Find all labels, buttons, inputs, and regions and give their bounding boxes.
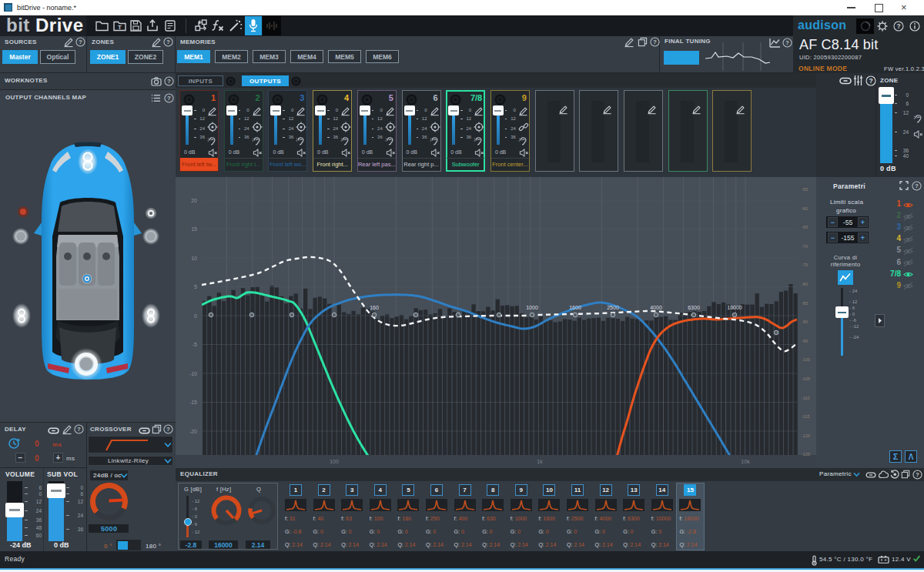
svg-text:?: ? bbox=[653, 38, 657, 45]
svg-text:1000: 1000 bbox=[526, 305, 538, 310]
svg-text:-85: -85 bbox=[802, 301, 808, 306]
svg-text:1600: 1600 bbox=[569, 305, 581, 310]
svg-text:-20: -20 bbox=[189, 429, 197, 434]
svg-text:-55: -55 bbox=[802, 187, 808, 192]
svg-text:2500: 2500 bbox=[607, 305, 619, 310]
svg-text:6300: 6300 bbox=[688, 305, 700, 310]
svg-text:-120: -120 bbox=[802, 433, 810, 438]
svg-text:?: ? bbox=[167, 95, 171, 102]
svg-text:?: ? bbox=[77, 426, 81, 433]
svg-text:10: 10 bbox=[191, 256, 197, 261]
svg-text:4000: 4000 bbox=[650, 305, 662, 310]
svg-text:-125: -125 bbox=[802, 452, 810, 457]
svg-text:?: ? bbox=[166, 38, 170, 45]
svg-text:10k: 10k bbox=[741, 459, 750, 464]
svg-text:?: ? bbox=[915, 182, 919, 189]
svg-text:-100: -100 bbox=[802, 357, 810, 362]
svg-text:-10: -10 bbox=[189, 371, 197, 376]
svg-text:160: 160 bbox=[370, 305, 379, 310]
svg-text:-115: -115 bbox=[802, 414, 810, 419]
svg-text:-110: -110 bbox=[802, 396, 810, 400]
svg-text:-15: -15 bbox=[189, 400, 197, 405]
svg-text:?: ? bbox=[869, 77, 872, 85]
svg-text:10000: 10000 bbox=[727, 305, 742, 310]
svg-text:-75: -75 bbox=[802, 263, 808, 267]
svg-text:15: 15 bbox=[191, 226, 197, 232]
svg-text:0: 0 bbox=[194, 313, 197, 319]
svg-text:T: T bbox=[118, 24, 122, 31]
svg-text:1k: 1k bbox=[537, 459, 543, 464]
svg-text:?: ? bbox=[785, 39, 789, 46]
svg-text:?: ? bbox=[166, 426, 170, 433]
svg-text:-95: -95 bbox=[802, 339, 808, 343]
svg-text:-105: -105 bbox=[802, 376, 810, 381]
svg-text:?: ? bbox=[167, 78, 171, 85]
svg-text:-60: -60 bbox=[802, 206, 808, 211]
svg-text:5: 5 bbox=[194, 284, 197, 289]
svg-text:-90: -90 bbox=[802, 319, 808, 324]
svg-text:?: ? bbox=[79, 38, 82, 45]
svg-text:100: 100 bbox=[330, 459, 339, 464]
svg-text:-80: -80 bbox=[802, 282, 808, 286]
svg-text:?: ? bbox=[916, 471, 919, 478]
svg-text:-5: -5 bbox=[192, 342, 197, 347]
svg-text:?: ? bbox=[896, 22, 900, 30]
svg-text:20: 20 bbox=[191, 198, 197, 203]
svg-text:-70: -70 bbox=[802, 244, 808, 249]
svg-text:-65: -65 bbox=[802, 225, 808, 229]
